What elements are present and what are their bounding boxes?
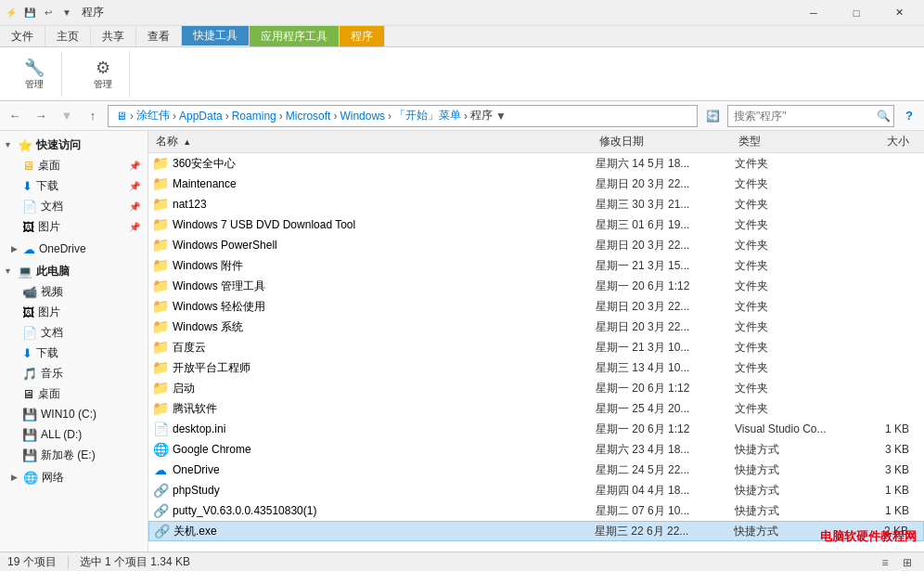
back-button[interactable]: ←	[4, 105, 26, 127]
breadcrumb-microsoft[interactable]: Microsoft	[284, 110, 333, 123]
search-input[interactable]	[734, 110, 873, 123]
file-date: 星期日 20 3月 22...	[596, 238, 735, 253]
ribbon-btn-manage[interactable]: 🔧 管理	[19, 56, 50, 93]
file-date: 星期六 14 5月 18...	[596, 156, 735, 172]
file-type: 文件夹	[735, 360, 846, 376]
undo-icon[interactable]: ↩	[41, 6, 56, 20]
table-row[interactable]: 🔗 phpStudy 星期四 04 4月 18... 快捷方式 1 KB	[148, 480, 924, 500]
col-header-type[interactable]: 类型	[735, 134, 846, 149]
table-row[interactable]: ☁ OneDrive 星期二 24 5月 22... 快捷方式 3 KB	[148, 460, 924, 480]
tab-view[interactable]: 查看	[136, 26, 182, 46]
breadcrumb-windows[interactable]: Windows	[338, 110, 387, 123]
file-date: 星期一 20 6月 1:12	[596, 279, 735, 294]
sidebar-item-pics1[interactable]: 🖼 图片 📌	[0, 216, 148, 237]
table-row[interactable]: 📁 启动 星期一 20 6月 1:12 文件夹	[148, 378, 924, 398]
table-row[interactable]: 📁 Windows 附件 星期一 21 3月 15... 文件夹	[148, 255, 924, 276]
table-row[interactable]: 📁 Windows 管理工具 星期一 20 6月 1:12 文件夹	[148, 276, 924, 296]
table-row[interactable]: 📄 desktop.ini 星期一 20 6月 1:12 Visual Stud…	[148, 419, 924, 439]
breadcrumb-startmenu[interactable]: 「开始」菜单	[392, 108, 463, 123]
table-row[interactable]: 📁 Maintenance 星期日 20 3月 22... 文件夹	[148, 174, 924, 194]
table-row[interactable]: 📁 Windows PowerShell 星期日 20 3月 22... 文件夹	[148, 235, 924, 255]
col-header-name[interactable]: 名称 ▲	[152, 134, 596, 149]
sidebar-item-network[interactable]: ▶ 🌐 网络	[0, 467, 148, 487]
tab-apptools[interactable]: 应用程序工具	[250, 26, 340, 46]
download-icon: ⬇	[22, 179, 32, 193]
table-row[interactable]: 🔗 关机.exe 星期三 22 6月 22... 快捷方式 2 KB	[148, 521, 924, 541]
breadcrumb-program[interactable]: 程序	[468, 108, 494, 123]
tab-program[interactable]: 程序	[340, 26, 385, 46]
tab-file[interactable]: 文件	[0, 26, 45, 46]
sidebar-item-download1[interactable]: ⬇ 下载 📌	[0, 175, 148, 196]
table-row[interactable]: 📁 Windows 系统 星期日 20 3月 22... 文件夹	[148, 317, 924, 337]
manage-icon: 🔧	[24, 58, 45, 78]
sidebar-item-desktop2[interactable]: 🖥 桌面	[0, 383, 148, 404]
breadcrumb-root[interactable]: 🖥	[114, 110, 129, 123]
sidebar-item-docs2[interactable]: 📄 文档	[0, 322, 148, 343]
status-right: ≡ ⊞	[876, 554, 917, 571]
sidebar-item-pics2[interactable]: 🖼 图片	[0, 302, 148, 322]
table-row[interactable]: 📁 开放平台工程师 星期三 13 4月 10... 文件夹	[148, 357, 924, 378]
refresh-button[interactable]: 🔄	[701, 105, 724, 127]
file-name: 关机.exe	[173, 524, 595, 539]
breadcrumb-roaming[interactable]: Roaming	[230, 110, 278, 123]
file-icon: 📁	[152, 400, 169, 417]
sidebar-item-desktop1[interactable]: 🖥 桌面 📌	[0, 155, 148, 175]
table-row[interactable]: 📁 Windows 7 USB DVD Download Tool 星期三 01…	[148, 214, 924, 235]
file-name: Windows PowerShell	[173, 239, 596, 252]
file-date: 星期三 13 4月 10...	[596, 360, 735, 376]
up-button[interactable]: ↑	[82, 105, 104, 127]
minimize-button[interactable]: ─	[792, 0, 835, 26]
ribbon-btn-manage2[interactable]: ⚙ 管理	[88, 56, 118, 93]
table-row[interactable]: 📁 nat123 星期三 30 3月 21... 文件夹	[148, 194, 924, 214]
file-name: putty_V0.63.0.0.43510830(1)	[173, 504, 596, 517]
sidebar-item-music[interactable]: 🎵 音乐	[0, 363, 148, 383]
file-name: desktop.ini	[173, 422, 596, 435]
sidebar-item-drive-d[interactable]: 💾 ALL (D:)	[0, 424, 148, 445]
close-button[interactable]: ✕	[878, 0, 920, 26]
sidebar-item-drive-e[interactable]: 💾 新加卷 (E:)	[0, 445, 148, 465]
col-header-date[interactable]: 修改日期	[596, 134, 735, 149]
table-row[interactable]: 📁 360安全中心 星期六 14 5月 18... 文件夹	[148, 153, 924, 174]
pics-icon: 🖼	[22, 220, 34, 234]
address-box[interactable]: 🖥 › 涂红伟 › AppData › Roaming › Microsoft …	[108, 105, 698, 127]
sidebar-item-onedrive[interactable]: ▶ ☁ OneDrive	[0, 239, 148, 259]
title-arrow-icon[interactable]: ▼	[59, 6, 74, 20]
sidebar-item-videos[interactable]: 📹 视频	[0, 281, 148, 302]
breadcrumb-user[interactable]: 涂红伟	[135, 108, 172, 123]
watermark: 电脑软硬件教程网	[820, 528, 917, 545]
col-header-size[interactable]: 大小	[846, 134, 920, 149]
file-name: 百度云	[173, 340, 596, 356]
music-label: 音乐	[41, 366, 63, 382]
breadcrumb-appdata[interactable]: AppData	[177, 110, 225, 123]
view-icons-button[interactable]: ⊞	[898, 554, 917, 571]
desktop-icon: 🖥	[22, 159, 34, 173]
table-row[interactable]: 📁 百度云 星期一 21 3月 10... 文件夹	[148, 337, 924, 357]
arrow-icon4: ▶	[11, 473, 18, 482]
recent-button[interactable]: ▼	[56, 105, 78, 127]
table-row[interactable]: 🌐 Google Chrome 星期六 23 4月 18... 快捷方式 3 K…	[148, 439, 924, 460]
view-details-button[interactable]: ≡	[876, 554, 894, 571]
table-row[interactable]: 📁 Windows 轻松使用 星期日 20 3月 22... 文件夹	[148, 296, 924, 317]
search-box[interactable]: 🔍	[727, 105, 894, 127]
table-row[interactable]: 📁 腾讯软件 星期一 25 4月 20... 文件夹	[148, 398, 924, 419]
file-size: 3 KB	[846, 463, 920, 476]
sidebar-item-drive-c[interactable]: 💾 WIN10 (C:)	[0, 404, 148, 424]
ribbon-group-manage2: ⚙ 管理	[77, 51, 130, 97]
sidebar-quick-access-header[interactable]: ▼ ⭐ 快速访问	[0, 135, 148, 155]
file-date: 星期六 23 4月 18...	[596, 442, 735, 458]
sidebar-item-download2[interactable]: ⬇ 下载	[0, 343, 148, 363]
status-total: 19 个项目	[7, 554, 57, 570]
table-row[interactable]: 🔗 putty_V0.63.0.0.43510830(1) 星期二 07 6月 …	[148, 500, 924, 521]
save-icon[interactable]: 💾	[22, 6, 37, 20]
sidebar-section-network: ▶ 🌐 网络	[0, 467, 148, 487]
sidebar-item-thispc[interactable]: ▼ 💻 此电脑	[0, 261, 148, 281]
maximize-button[interactable]: □	[835, 0, 878, 26]
tab-shortcuts[interactable]: 快捷工具	[182, 26, 250, 46]
file-date: 星期三 30 3月 21...	[596, 197, 735, 213]
forward-button[interactable]: →	[30, 105, 52, 127]
tab-share[interactable]: 共享	[91, 26, 136, 46]
sidebar-item-docs1[interactable]: 📄 文档 📌	[0, 196, 148, 216]
tab-home[interactable]: 主页	[45, 26, 91, 46]
thispc-label: 此电脑	[36, 264, 70, 279]
help-button[interactable]: ?	[898, 105, 920, 127]
